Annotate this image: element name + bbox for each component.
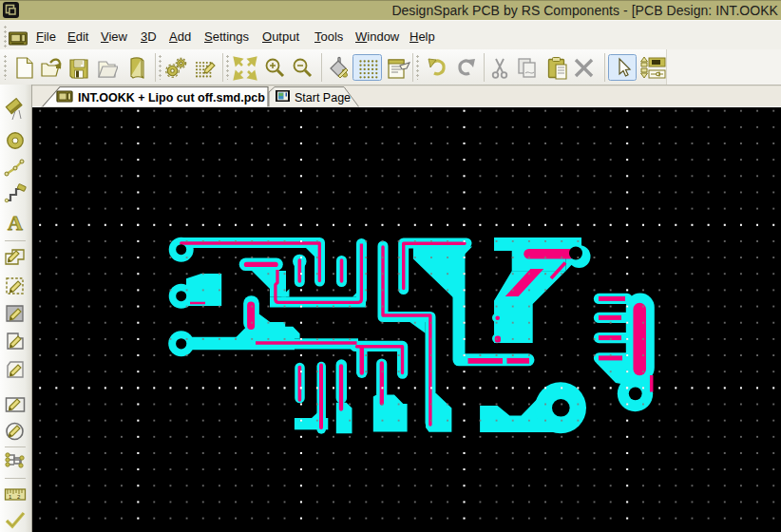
svg-text:A: A xyxy=(8,211,23,234)
svg-text:Start Page: Start Page xyxy=(295,91,351,104)
svg-text:INT.OOKK + Lipo cut off.smd.pc: INT.OOKK + Lipo cut off.smd.pcb xyxy=(78,91,265,104)
